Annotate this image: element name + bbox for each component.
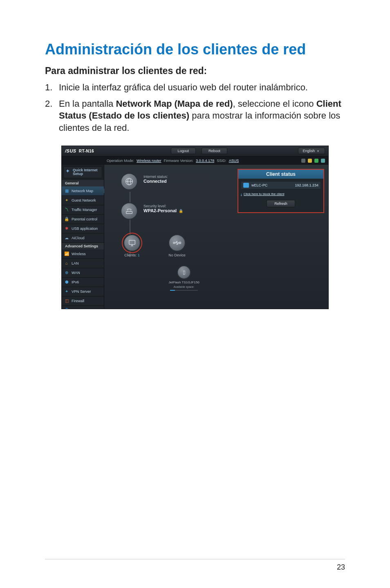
internet-status-label: Internet status: xyxy=(143,175,201,179)
status-icon-3 xyxy=(314,159,318,163)
section-advanced: Advanced Settings xyxy=(62,243,104,249)
client-status-heading: Client status xyxy=(238,170,323,179)
ssid-link[interactable]: ASUS xyxy=(229,159,239,163)
sidebar-item-lan[interactable]: ⌂LAN xyxy=(62,259,104,268)
security-level-block[interactable]: Security level: WPA2-Personal 🔒 xyxy=(121,202,138,220)
status-icon-4 xyxy=(321,159,325,163)
svg-point-4 xyxy=(173,242,175,244)
status-strip: Operation Mode: Wireless router Firmware… xyxy=(62,157,328,165)
sidebar-item-administration[interactable]: 👤Administration xyxy=(62,306,104,309)
status-mini-icons xyxy=(301,159,325,163)
clients-label: Clients: 1 xyxy=(124,253,140,257)
security-level-value: WPA2-Personal 🔒 xyxy=(143,208,209,213)
sidebar-item-guest-network[interactable]: ✦Guest Network xyxy=(62,196,104,205)
sidebar-label-lan: LAN xyxy=(72,261,79,265)
ssid-label: SSID: xyxy=(217,159,226,163)
client-device-icon xyxy=(243,183,249,188)
page-title: Administración de los clientes de red xyxy=(45,41,345,58)
sidebar-label-admin: Administration xyxy=(72,308,95,309)
sidebar-item-aicloud[interactable]: ☁AiCloud xyxy=(62,233,104,243)
sidebar-item-wan[interactable]: ⊕WAN xyxy=(62,268,104,278)
sidebar-item-firewall[interactable]: ◫Firewall xyxy=(62,296,104,306)
client-row[interactable]: wELC-PC 192.168.1.234 xyxy=(241,181,321,189)
sidebar-label-wan: WAN xyxy=(72,271,80,275)
sidebar-label-network-map: Network Map xyxy=(72,189,93,193)
step-2-bold-a: Network Map (Mapa de red) xyxy=(116,99,233,109)
admin-icon: 👤 xyxy=(64,308,69,309)
client-ip: 192.168.1.234 xyxy=(295,183,318,187)
aicloud-icon: ☁ xyxy=(64,236,69,240)
sidebar-item-network-map[interactable]: ▦Network Map xyxy=(62,186,104,196)
sidebar-label-vpn: VPN Server xyxy=(72,290,91,294)
language-dropdown[interactable]: English xyxy=(298,148,325,154)
usb-drive-icon: ▯ xyxy=(177,265,191,279)
network-map-icon: ▦ xyxy=(64,189,69,193)
step-2-number: 2. xyxy=(45,98,52,110)
svg-rect-3 xyxy=(129,240,135,244)
quick-internet-setup[interactable]: ✦ Quick Internet Setup xyxy=(63,166,102,178)
security-level-label: Security level: xyxy=(143,204,209,208)
clients-tile[interactable]: Clients: 1 xyxy=(119,234,145,257)
qis-line2: Setup xyxy=(73,172,83,176)
svg-rect-2 xyxy=(126,211,132,214)
parental-icon: 🔒 xyxy=(64,217,69,222)
reboot-button[interactable]: Reboot xyxy=(202,148,227,154)
wireless-icon: 📶 xyxy=(64,251,69,256)
sidebar-item-usb-application[interactable]: ✱USB application xyxy=(62,224,104,233)
sidebar-label-usb: USB application xyxy=(72,227,98,231)
step-2-text-a: En la pantalla xyxy=(59,99,116,109)
lan-icon: ⌂ xyxy=(64,261,69,266)
sidebar-item-wireless[interactable]: 📶Wireless xyxy=(62,249,104,259)
sidebar: ✦ Quick Internet Setup General ▦Network … xyxy=(62,165,104,309)
sidebar-label-ipv6: IPv6 xyxy=(72,280,79,284)
usb-plug-icon xyxy=(168,234,186,251)
logout-button[interactable]: Logout xyxy=(171,148,196,154)
vpn-icon: ✦ xyxy=(64,289,69,294)
sidebar-label-traffic: Traffic Manager xyxy=(72,208,97,212)
ipv6-icon: ⬢ xyxy=(64,280,69,285)
router-screenshot: /SUSRT-N16 Logout Reboot English Operati… xyxy=(61,146,329,309)
section-general: General xyxy=(62,180,104,186)
client-status-panel: Client status wELC-PC 192.168.1.234 •Cli… xyxy=(238,169,324,213)
step-2: 2. En la pantalla Network Map (Mapa de r… xyxy=(45,98,345,134)
usb-drive-name: JetFlash TS1GJF150 xyxy=(168,281,199,284)
traffic-icon: 〽 xyxy=(64,207,69,212)
internet-status-value: Connected xyxy=(143,179,201,184)
sidebar-item-vpn-server[interactable]: ✦VPN Server xyxy=(62,287,104,296)
globe-icon xyxy=(121,173,138,190)
lock-icon: 🔒 xyxy=(177,209,183,213)
step-1-number: 1. xyxy=(45,81,52,94)
opmode-label: Operation Mode: xyxy=(107,159,134,163)
page-subtitle: Para administrar los clientes de red: xyxy=(45,65,345,76)
step-2-text-b: , seleccione el icono xyxy=(233,99,316,109)
router-icon xyxy=(121,202,138,220)
svg-rect-5 xyxy=(179,242,181,244)
main-area: Internet status: Connected Security leve… xyxy=(104,165,328,309)
refresh-button[interactable]: Refresh xyxy=(267,200,295,207)
no-device-label: No Device xyxy=(168,253,186,257)
block-client-link[interactable]: •Click here to block the client xyxy=(241,192,284,196)
guest-network-icon: ✦ xyxy=(64,198,69,203)
fw-label: Firmware Version: xyxy=(164,159,194,163)
sidebar-item-parental-control[interactable]: 🔒Parental control xyxy=(62,215,104,224)
sidebar-label-firewall: Firewall xyxy=(72,299,84,303)
step-1: 1. Inicie la interfaz gráfica del usuari… xyxy=(45,81,345,94)
fw-link[interactable]: 3.0.0.4.178 xyxy=(196,159,214,163)
opmode-link[interactable]: Wireless router xyxy=(137,159,161,163)
step-1-text: Inicie la interfaz gráfica del usuario w… xyxy=(59,82,308,92)
sidebar-label-guest: Guest Network xyxy=(72,198,96,202)
page-number: 23 xyxy=(337,563,345,572)
status-icon-1 xyxy=(301,159,305,163)
sidebar-label-parental: Parental control xyxy=(72,217,97,221)
sidebar-item-traffic-manager[interactable]: 〽Traffic Manager xyxy=(62,205,104,215)
usb-space-bar xyxy=(170,290,198,291)
wizard-icon: ✦ xyxy=(66,169,69,174)
usb-device-tile[interactable]: No Device xyxy=(164,234,190,257)
internet-status-block[interactable]: Internet status: Connected xyxy=(121,173,138,190)
sidebar-label-wireless: Wireless xyxy=(72,252,86,256)
usb-storage-tile[interactable]: ▯ JetFlash TS1GJF150 Available space: xyxy=(166,265,202,291)
sidebar-item-ipv6[interactable]: ⬢IPv6 xyxy=(62,278,104,287)
usb-available-label: Available space: xyxy=(174,285,195,288)
network-map-column: Internet status: Connected Security leve… xyxy=(108,169,234,305)
wan-icon: ⊕ xyxy=(64,270,69,275)
